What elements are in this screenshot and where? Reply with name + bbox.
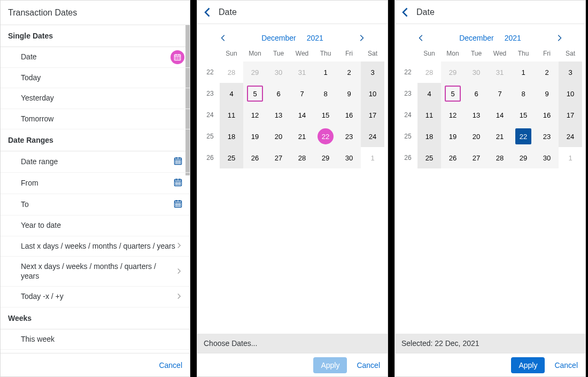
calendar-day[interactable]: 1 [361,147,384,168]
year-select[interactable]: 2021 [307,34,323,42]
calendar-day[interactable]: 25 [417,147,441,168]
calendar-day[interactable]: 1 [559,147,582,168]
calendar-day[interactable]: 7 [290,83,314,104]
calendar-day[interactable]: 30 [465,61,488,83]
list-item[interactable]: Date [1,47,190,68]
apply-button[interactable]: Apply [313,357,347,373]
apply-button[interactable]: Apply [511,357,545,373]
calendar-day[interactable]: 16 [535,104,559,126]
calendar-day[interactable]: 21 [290,126,314,147]
calendar-day[interactable]: 18 [417,126,441,147]
month-select[interactable]: December [261,34,296,42]
calendar-day[interactable]: 28 [417,61,441,83]
calendar-day[interactable]: 29 [441,61,465,83]
calendar-day[interactable]: 29 [512,147,535,168]
calendar-day[interactable]: 15 [512,104,535,126]
list-item[interactable]: Yesterday [1,88,190,109]
list-item[interactable]: Date range [1,151,190,173]
calendar-day[interactable]: 28 [220,61,243,83]
back-icon[interactable] [400,7,411,18]
calendar-icon[interactable] [174,178,182,188]
cancel-button[interactable]: Cancel [159,361,182,370]
calendar-icon[interactable] [174,199,182,210]
calendar-day[interactable]: 2 [337,61,361,83]
calendar-day[interactable]: 27 [465,147,488,168]
calendar-day[interactable]: 26 [243,147,267,168]
calendar-day[interactable]: 27 [267,147,290,168]
calendar-day[interactable]: 30 [337,147,361,168]
calendar-day[interactable]: 30 [535,147,559,168]
month-select[interactable]: December [459,34,494,42]
calendar-day[interactable]: 31 [488,61,512,83]
calendar-day[interactable]: 31 [290,61,314,83]
calendar-day[interactable]: 8 [314,83,337,104]
list-item[interactable]: Today -x / +y [1,287,190,307]
calendar-day[interactable]: 28 [290,147,314,168]
calendar-day[interactable]: 29 [314,147,337,168]
calendar-day[interactable]: 2 [535,61,559,83]
calendar-day[interactable]: 6 [267,83,290,104]
calendar-day[interactable]: 21 [488,126,512,147]
calendar-day[interactable]: 5 [243,83,267,104]
cancel-button[interactable]: Cancel [357,361,380,370]
list-item[interactable]: Year to date [1,216,190,236]
calendar-day[interactable]: 16 [337,104,361,126]
calendar-day[interactable]: 9 [535,83,559,104]
calendar-day[interactable]: 6 [465,83,488,104]
calendar-day[interactable]: 28 [488,147,512,168]
calendar-day[interactable]: 25 [220,147,243,168]
calendar-day[interactable]: 3 [361,61,384,83]
calendar-day[interactable]: 7 [488,83,512,104]
list-item[interactable]: To [1,194,190,216]
list-item[interactable]: From [1,173,190,194]
calendar-day[interactable]: 11 [417,104,441,126]
calendar-day[interactable]: 30 [267,61,290,83]
calendar-day[interactable]: 12 [243,104,267,126]
calendar-icon[interactable] [174,157,182,167]
list-item[interactable]: Today [1,68,190,89]
list-item[interactable]: Tomorrow [1,109,190,130]
list-item[interactable]: This week [1,329,190,350]
calendar-day[interactable]: 15 [314,104,337,126]
list-item[interactable]: Next x days / weeks / months / quarters … [1,257,190,287]
prev-month-icon[interactable] [220,34,227,42]
calendar-day[interactable]: 1 [314,61,337,83]
list-item[interactable]: Last week [1,350,190,353]
calendar-day[interactable]: 24 [559,126,582,147]
calendar-day[interactable]: 10 [559,83,582,104]
calendar-day[interactable]: 19 [243,126,267,147]
calendar-day[interactable]: 3 [559,61,582,83]
calendar-day[interactable]: 12 [441,104,465,126]
calendar-day[interactable]: 13 [465,104,488,126]
calendar-day[interactable]: 14 [290,104,314,126]
next-month-icon[interactable] [358,34,365,42]
back-icon[interactable] [203,7,213,18]
calendar-day[interactable]: 11 [220,104,243,126]
calendar-day[interactable]: 5 [441,83,465,104]
calendar-day[interactable]: 8 [512,83,535,104]
calendar-day[interactable]: 9 [337,83,361,104]
calendar-day[interactable]: 20 [267,126,290,147]
calendar-day[interactable]: 13 [267,104,290,126]
calendar-day[interactable]: 14 [488,104,512,126]
calendar-day[interactable]: 22 [314,126,337,147]
calendar-day[interactable]: 26 [441,147,465,168]
calendar-day[interactable]: 4 [220,83,243,104]
calendar-day[interactable]: 24 [361,126,384,147]
calendar-day[interactable]: 1 [512,61,535,83]
calendar-day[interactable]: 22 [512,126,535,147]
list-item[interactable]: Last x days / weeks / months / quarters … [1,236,190,257]
calendar-day[interactable]: 4 [417,83,441,104]
calendar-day[interactable]: 23 [337,126,361,147]
calendar-day[interactable]: 23 [535,126,559,147]
prev-month-icon[interactable] [417,34,425,42]
calendar-day[interactable]: 17 [361,104,384,126]
calendar-day[interactable]: 10 [361,83,384,104]
calendar-day[interactable]: 19 [441,126,465,147]
calendar-day[interactable]: 17 [559,104,582,126]
calendar-day[interactable]: 29 [243,61,267,83]
calendar-day[interactable]: 18 [220,126,243,147]
year-select[interactable]: 2021 [505,34,521,42]
calendar-day[interactable]: 20 [465,126,488,147]
cancel-button[interactable]: Cancel [554,361,578,370]
